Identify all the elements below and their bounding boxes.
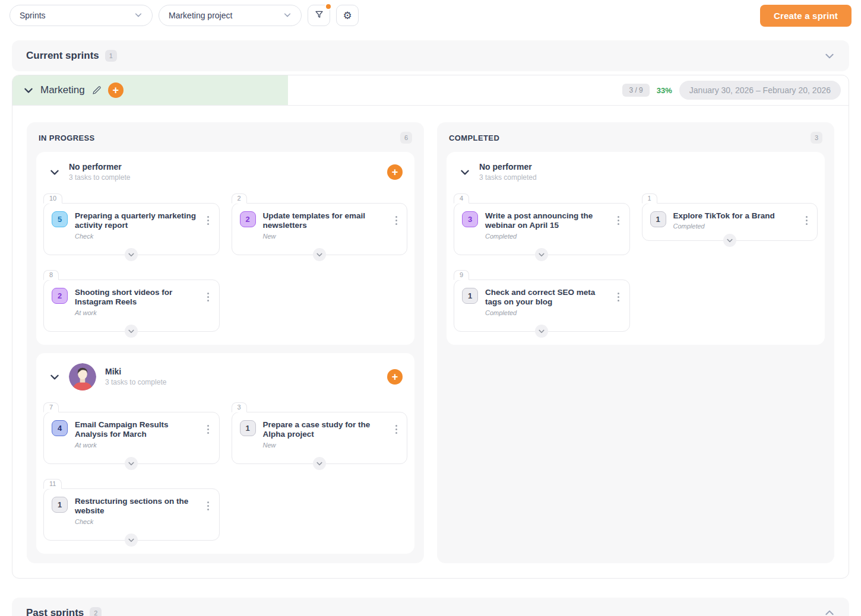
task-expand-button[interactable] (535, 325, 548, 338)
task-menu-button[interactable] (204, 288, 213, 316)
task-card[interactable]: 5Preparing a quarterly marketing activit… (43, 203, 220, 255)
create-sprint-button[interactable]: Create a sprint (760, 5, 851, 27)
edit-sprint-icon[interactable] (91, 85, 102, 96)
add-task-to-performer-button[interactable]: + (387, 369, 403, 385)
task-card-wrapper: 82Shooting short videos for Instagram Re… (43, 270, 220, 332)
performer-group: No performer3 tasks to complete+105Prepa… (36, 152, 414, 345)
performer-group: Miki3 tasks to complete+74Email Campaign… (36, 353, 414, 554)
task-card-wrapper: 43Write a post announcing the webinar on… (454, 193, 630, 255)
task-card-wrapper: 22Update templates for email newsletters… (232, 193, 408, 255)
performer-name: No performer (69, 162, 130, 172)
task-card[interactable]: 2Update templates for email newslettersN… (232, 203, 408, 255)
task-card[interactable]: 4Email Campaign Results Analysis for Mar… (43, 412, 220, 464)
task-card-wrapper: 105Preparing a quarterly marketing activ… (43, 193, 220, 255)
task-expand-button[interactable] (723, 234, 736, 247)
story-points-badge: 3 (462, 211, 478, 227)
task-card-wrapper: 111Restructuring sections on the website… (43, 479, 220, 541)
task-body: Preparing a quarterly marketing activity… (75, 211, 197, 240)
task-title: Email Campaign Results Analysis for Marc… (75, 420, 197, 440)
task-title: Prepare a case study for the Alpha proje… (263, 420, 385, 440)
sprints-select[interactable]: Sprints (10, 5, 153, 26)
task-card[interactable]: 1Check and correct SEO meta tags on your… (454, 280, 630, 332)
funnel-icon (314, 9, 324, 21)
task-status: Check (75, 233, 197, 240)
story-points-badge: 5 (52, 211, 68, 227)
task-title: Preparing a quarterly marketing activity… (75, 211, 197, 231)
project-select[interactable]: Marketing project (159, 5, 302, 26)
task-expand-button[interactable] (125, 325, 138, 338)
performer-task-count: 3 tasks to complete (105, 378, 166, 386)
chevron-down-icon (283, 11, 292, 21)
task-menu-button[interactable] (802, 211, 811, 230)
sprint-card: Marketing + 3 / 9 33% January 30, 2026 –… (12, 75, 849, 579)
task-card[interactable]: 2Shooting short videos for Instagram Ree… (43, 280, 220, 332)
task-menu-button[interactable] (204, 211, 213, 240)
task-body: Explore TikTok for a BrandCompleted (673, 211, 795, 230)
column-header: COMPLETED3 (447, 131, 825, 144)
sprints-select-value: Sprints (20, 11, 46, 20)
story-points-badge: 2 (240, 211, 256, 227)
task-status: Completed (485, 309, 607, 316)
sprint-header-right: 3 / 9 33% January 30, 2026 – February 20… (622, 81, 849, 100)
story-points-badge: 1 (650, 211, 666, 227)
task-expand-button[interactable] (313, 248, 326, 261)
task-status: Completed (673, 223, 795, 230)
task-grid: 74Email Campaign Results Analysis for Ma… (43, 398, 407, 541)
story-points-badge: 2 (52, 288, 68, 304)
task-status: Completed (485, 233, 607, 240)
column-count-badge: 6 (400, 132, 412, 144)
task-menu-button[interactable] (391, 420, 401, 449)
story-points-badge: 1 (462, 288, 478, 304)
past-sprints-bar[interactable]: Past sprints 2 (12, 598, 849, 616)
task-expand-button[interactable] (125, 457, 138, 470)
performer-info: No performer3 tasks to complete (69, 162, 130, 182)
task-menu-button[interactable] (614, 288, 623, 316)
past-sprints-title: Past sprints (26, 607, 84, 616)
add-task-to-performer-button[interactable]: + (387, 164, 403, 180)
performer-info: No performer3 tasks completed (479, 162, 537, 182)
performer-name: Miki (105, 367, 166, 376)
add-task-button[interactable]: + (108, 82, 124, 98)
collapse-chevron-up-icon[interactable] (824, 608, 835, 616)
task-menu-button[interactable] (204, 420, 213, 449)
task-card[interactable]: 1Explore TikTok for a BrandCompleted (642, 203, 818, 241)
filter-button[interactable] (308, 5, 330, 26)
progress-percent: 33% (657, 86, 672, 95)
task-card[interactable]: 3Write a post announcing the webinar on … (454, 203, 630, 255)
task-grid: 43Write a post announcing the webinar on… (454, 189, 818, 332)
column-title: COMPLETED (449, 134, 499, 142)
task-card-wrapper: 74Email Campaign Results Analysis for Ma… (43, 402, 220, 464)
performer-group-header: Miki3 tasks to complete+ (43, 353, 407, 398)
task-expand-button[interactable] (313, 457, 326, 470)
task-expand-button[interactable] (535, 248, 548, 261)
task-counter-tab: 4 (454, 193, 469, 204)
sprint-collapse-chevron-icon[interactable] (23, 85, 34, 96)
sprint-name: Marketing (40, 84, 85, 96)
sprint-header-left: Marketing + (12, 75, 288, 105)
current-sprints-bar[interactable]: Current sprints 1 (12, 40, 849, 71)
group-collapse-chevron-icon[interactable] (49, 167, 60, 177)
task-counter-tab: 1 (642, 193, 657, 204)
task-menu-button[interactable] (204, 497, 213, 525)
task-counter-tab: 2 (232, 193, 247, 204)
task-card[interactable]: 1Restructuring sections on the websiteCh… (43, 488, 220, 541)
task-status: At work (75, 442, 197, 449)
performer-info: Miki3 tasks to complete (105, 367, 166, 386)
settings-button[interactable]: ⚙ (336, 5, 359, 26)
task-body: Write a post announcing the webinar on A… (485, 211, 607, 240)
task-counter-tab: 8 (43, 270, 59, 280)
group-collapse-chevron-icon[interactable] (460, 167, 470, 177)
task-expand-button[interactable] (125, 534, 138, 547)
group-collapse-chevron-icon[interactable] (49, 371, 60, 382)
task-card[interactable]: 1Prepare a case study for the Alpha proj… (232, 412, 408, 464)
task-body: Prepare a case study for the Alpha proje… (263, 420, 385, 449)
story-points-badge: 4 (52, 420, 68, 436)
task-title: Update templates for email newsletters (263, 211, 385, 231)
task-counter-tab: 11 (43, 479, 62, 489)
task-menu-button[interactable] (391, 211, 401, 240)
collapse-chevron-icon[interactable] (824, 50, 835, 61)
task-expand-button[interactable] (125, 248, 138, 261)
task-grid: 105Preparing a quarterly marketing activ… (43, 189, 407, 332)
task-menu-button[interactable] (614, 211, 623, 240)
task-body: Check and correct SEO meta tags on your … (485, 288, 607, 316)
